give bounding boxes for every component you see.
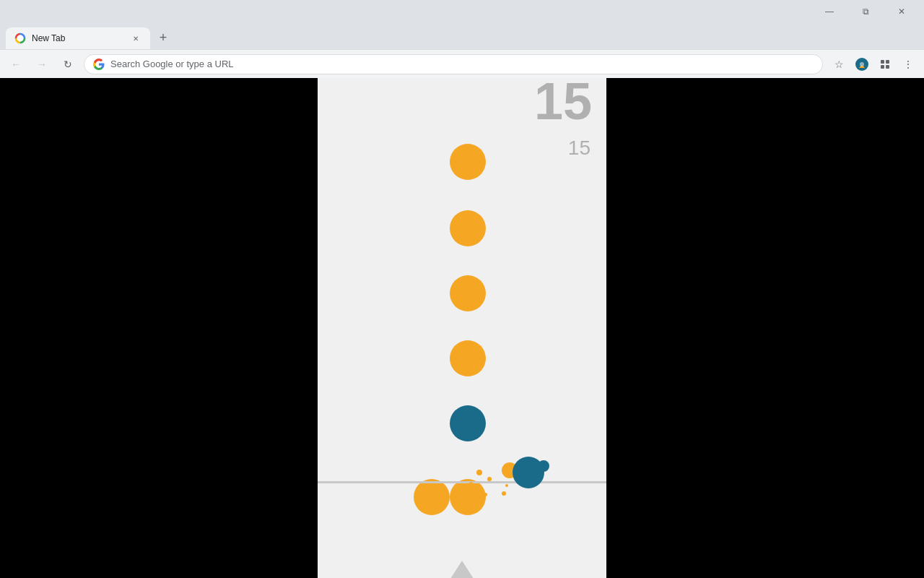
svg-rect-5 [881,65,884,69]
back-button[interactable]: ← [6,54,26,74]
svg-rect-3 [881,60,884,64]
extensions-icon [879,59,891,70]
svg-point-2 [860,62,864,66]
omnibox-bar: ← → ↻ Search Google or type a URL ☆ [0,49,924,78]
svg-rect-4 [886,60,889,64]
orange-dot-line-1 [414,479,450,515]
particle-6 [505,484,508,487]
title-bar: — ⧉ ✕ [0,0,924,23]
particle-3 [469,482,473,486]
menu-button[interactable]: ⋮ [898,54,918,74]
orange-dot-2 [450,210,486,246]
particle-4 [502,491,506,496]
orange-dot-line-2 [450,479,486,515]
close-button[interactable]: ✕ [885,0,918,23]
new-tab-button[interactable]: + [153,27,173,48]
particle-1 [476,470,482,475]
omnibox[interactable]: Search Google or type a URL [84,54,823,74]
orange-dot-4 [450,340,486,376]
particle-5 [484,493,487,496]
explosion-teal-small [538,460,549,472]
svg-rect-6 [886,65,889,69]
particle-2 [487,477,492,481]
reload-button[interactable]: ↻ [58,54,78,74]
tab-bar: New Tab ✕ + [0,23,924,49]
score-main: 15 [534,75,592,127]
restore-button[interactable]: ⧉ [849,0,882,23]
omnibox-text: Search Google or type a URL [110,59,814,69]
orange-dot-3 [450,275,486,311]
profile-icon [855,57,869,72]
game-area[interactable]: 15 15 [318,68,606,578]
window-controls: — ⧉ ✕ [813,0,918,23]
active-tab[interactable]: New Tab ✕ [6,27,150,49]
teal-dot-center [450,405,486,441]
tab-close-button[interactable]: ✕ [130,33,141,44]
extensions-button[interactable] [875,54,895,74]
tab-favicon [14,33,26,44]
orange-dot-1 [450,144,486,180]
google-icon [93,59,105,70]
player-arrow [449,561,475,578]
bookmark-button[interactable]: ☆ [829,54,849,74]
minimize-button[interactable]: — [813,0,846,23]
toolbar-right: ☆ ⋮ [829,54,918,74]
tab-title: New Tab [32,33,124,43]
forward-button[interactable]: → [32,54,52,74]
page-content: 15 15 [0,78,924,578]
profile-button[interactable] [852,54,872,74]
game-line [318,481,606,483]
score-sub: 15 [568,137,590,160]
browser-chrome: — ⧉ ✕ New Tab ✕ + ← → ↻ [0,0,924,78]
